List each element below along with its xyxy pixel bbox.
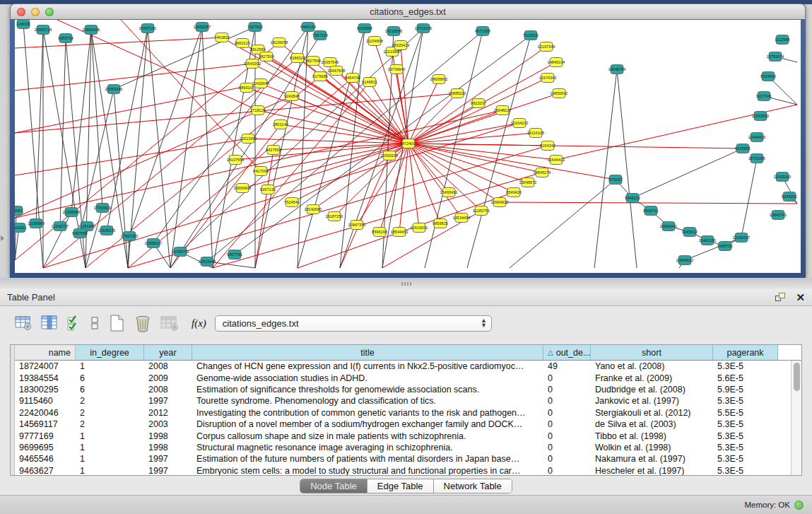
table-cell[interactable]: 1997 [144, 466, 192, 475]
table-row[interactable]: 1872400712008Changes of HCN gene express… [15, 361, 801, 372]
graph-node[interactable]: 14534454 [453, 214, 471, 223]
table-cell[interactable]: 1 [76, 361, 144, 371]
graph-node[interactable]: 9154342 [540, 141, 555, 151]
delete-table-button[interactable] [160, 315, 180, 332]
table-cell[interactable]: 1 [76, 466, 144, 475]
graph-node[interactable]: 11283751 [473, 206, 490, 216]
column-header-short[interactable]: short [591, 345, 713, 360]
table-cell[interactable]: Corpus callosum shape and size in male p… [192, 431, 543, 441]
table-row[interactable]: 977716911998Corpus callosum shape and si… [15, 430, 801, 441]
graph-node[interactable]: 12610651 [411, 223, 428, 233]
graph-node[interactable]: 9146821 [362, 78, 377, 87]
table-cell[interactable]: 5.3E-5 [713, 454, 778, 464]
graph-node[interactable]: 18226058 [271, 38, 288, 47]
graph-node[interactable]: 10461190 [699, 236, 716, 245]
graph-node[interactable]: 8215955 [735, 144, 751, 153]
table-cell[interactable]: 0 [543, 385, 591, 395]
graph-node[interactable]: 8417006 [253, 167, 269, 176]
graph-node[interactable]: 18711066 [748, 154, 765, 163]
table-cell[interactable]: 2008 [144, 385, 192, 395]
table-row[interactable]: 1830029562008Estimation of significance … [15, 384, 801, 395]
graph-node[interactable]: 1112548 [775, 35, 790, 45]
graph-node[interactable]: 9457791 [227, 250, 242, 259]
table-cell[interactable]: de Silva et al. (2003) [591, 419, 713, 429]
graph-node[interactable]: 9245052 [782, 192, 797, 201]
graph-node[interactable]: 118035 [17, 20, 30, 29]
network-canvas[interactable]: 1180352435572493557242069140620437181106… [15, 20, 801, 273]
table-settings-button[interactable] [14, 315, 33, 332]
table-cell[interactable]: 5.3E-5 [713, 396, 778, 406]
graph-node[interactable]: 14845274 [534, 168, 551, 177]
table-row[interactable]: 1938455462009Genome-wide association stu… [15, 372, 801, 383]
table-cell[interactable]: 2 [76, 419, 144, 429]
table-cell[interactable]: 5.3E-5 [713, 443, 778, 452]
table-cell[interactable]: 2 [76, 408, 144, 418]
table-cell[interactable]: 1997 [144, 396, 192, 406]
graph-node[interactable]: 20067608 [328, 66, 346, 76]
table-cell[interactable]: Nakamura et al. (1997) [591, 454, 713, 464]
graph-node[interactable]: 24355724 [35, 25, 52, 35]
table-cell[interactable]: 0 [543, 443, 591, 452]
table-row[interactable]: 2242004622012Investigating the contribut… [15, 407, 801, 419]
table-cell[interactable]: Dudbridge et al. (2008) [591, 385, 713, 395]
table-cell[interactable]: 1998 [144, 431, 192, 441]
graph-node[interactable]: 7463822 [214, 33, 230, 42]
table-cell[interactable]: 5.3E-5 [713, 466, 778, 475]
table-cell[interactable]: 9465546 [15, 454, 76, 464]
graph-node[interactable]: 9890107 [239, 83, 254, 93]
graph-node[interactable]: 9346210 [625, 194, 640, 203]
graph-node[interactable]: 20691406 [83, 25, 100, 35]
graph-node[interactable]: 9827509 [259, 52, 274, 62]
column-header-in_degree[interactable]: in_degree [76, 345, 144, 360]
graph-node[interactable]: 8454749 [345, 74, 360, 83]
graph-node[interactable]: 15751074 [767, 52, 784, 62]
network-window-titlebar[interactable]: citations_edges.txt [10, 4, 806, 20]
graph-node[interactable]: 12197349 [538, 42, 555, 52]
column-header-out_de[interactable]: △out_de... [543, 345, 591, 360]
table-cell[interactable]: 9777169 [15, 431, 76, 441]
graph-node[interactable]: 8186328 [290, 54, 305, 63]
graph-node[interactable]: 22420046 [252, 79, 270, 88]
graph-node[interactable]: 4671358 [475, 27, 490, 36]
graph-node[interactable]: 11156869 [28, 219, 45, 228]
graph-node[interactable]: 3915911 [15, 223, 27, 233]
graph-node[interactable]: 8427552 [266, 146, 281, 155]
graph-node[interactable]: 11544413 [548, 156, 565, 165]
graph-node[interactable]: 21206586 [63, 208, 81, 217]
graph-node[interactable]: 2718126 [250, 106, 266, 115]
graph-node[interactable]: 12444415 [748, 133, 766, 142]
table-cell[interactable]: 22420046 [15, 408, 76, 418]
table-cell[interactable]: 1998 [144, 443, 192, 452]
table-cell[interactable]: 0 [543, 396, 591, 406]
graph-node[interactable]: 11974343 [539, 74, 556, 83]
graph-node[interactable]: 18724007 [400, 139, 418, 148]
table-cell[interactable]: Wolkin et al. (1998) [591, 443, 713, 452]
graph-node[interactable]: 8549420 [506, 188, 522, 197]
table-cell[interactable]: Yano et al. (2008) [591, 361, 713, 371]
table-row[interactable]: 1456911722003Disruption of a novel membe… [15, 419, 801, 430]
table-cell[interactable]: 6 [76, 373, 144, 383]
graph-node[interactable]: 9827508 [305, 57, 321, 66]
table-cell[interactable]: 2012 [144, 408, 192, 418]
table-cell[interactable]: Changes of HCN gene expression and I(f) … [192, 361, 543, 371]
graph-node[interactable]: 10719195 [415, 24, 433, 33]
column-header-title[interactable]: title [192, 345, 543, 360]
table-cell[interactable]: 5.3E-5 [713, 419, 778, 429]
graph-node[interactable]: 10841741 [770, 211, 787, 220]
graph-node[interactable]: 11154808 [366, 37, 383, 46]
graph-node[interactable]: 7957224 [312, 31, 328, 40]
table-cell[interactable]: Jankovic et al. (1997) [591, 396, 713, 406]
graph-node[interactable]: 8130584 [357, 24, 372, 33]
table-cell[interactable]: 1997 [144, 454, 192, 464]
table-cell[interactable]: 0 [543, 373, 591, 383]
graph-node[interactable]: 19654903 [234, 184, 252, 193]
table-cell[interactable]: 9115460 [15, 396, 76, 406]
graph-node[interactable]: 18605862 [430, 75, 448, 84]
table-cell[interactable]: 49 [543, 361, 591, 371]
graph-node[interactable]: 9822037 [471, 99, 486, 108]
graph-node[interactable]: 9175685 [312, 72, 328, 81]
graph-node[interactable]: 1327602 [247, 23, 263, 32]
select-columns-button[interactable] [66, 315, 82, 332]
graph-node[interactable]: 15493492 [440, 188, 458, 197]
graph-node[interactable]: 7515526 [523, 31, 539, 40]
